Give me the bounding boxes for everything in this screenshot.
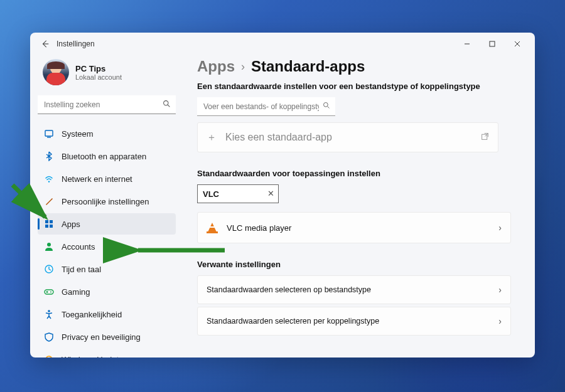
arrow-left-icon	[41, 40, 50, 48]
svg-rect-4	[45, 130, 53, 136]
update-icon	[44, 354, 54, 358]
titlebar: Instellingen	[30, 33, 535, 55]
svg-rect-1	[490, 41, 495, 46]
breadcrumb-current: Standaard-apps	[251, 58, 365, 75]
profile-name: PC Tips	[75, 64, 122, 73]
apps-section-title: Standaardwaarden voor toepassingen inste…	[197, 169, 514, 178]
main-content: Apps › Standaard-apps Een standaardwaard…	[183, 55, 535, 358]
related-setting-label: Standaardwaarden selecteren per koppelin…	[207, 317, 379, 326]
settings-window: Instellingen PC Tips Lokaal account Sy	[30, 33, 535, 358]
sidebar-item-accounts[interactable]: Accounts	[38, 236, 176, 257]
svg-rect-7	[45, 220, 48, 223]
chevron-right-icon: ›	[498, 316, 502, 326]
game-icon	[44, 287, 54, 297]
sidebar-item-label: Windows Update	[62, 355, 123, 358]
profile-subtitle: Lokaal account	[75, 73, 122, 81]
nav-list: SysteemBluetooth en apparatenNetwerk en …	[38, 123, 176, 358]
sidebar: PC Tips Lokaal account SysteemBluetooth …	[30, 55, 183, 358]
svg-rect-9	[45, 225, 48, 228]
sidebar-item-label: Apps	[62, 220, 80, 229]
apps-icon	[44, 219, 54, 229]
svg-rect-10	[50, 225, 53, 228]
svg-point-15	[48, 310, 50, 312]
svg-point-11	[47, 243, 51, 246]
related-setting-row[interactable]: Standaardwaarden selecteren op bestandst…	[197, 275, 511, 304]
plus-icon: ＋	[207, 131, 217, 144]
sidebar-item-label: Netwerk en internet	[62, 174, 132, 184]
shield-icon	[44, 332, 54, 342]
app-result-row[interactable]: VLC media player ›	[197, 212, 511, 243]
minimize-button[interactable]	[455, 34, 480, 54]
sidebar-item-label: Bluetooth en apparaten	[62, 152, 146, 161]
sidebar-item-apps[interactable]: Apps	[38, 213, 176, 235]
svg-point-14	[50, 292, 51, 293]
related-setting-label: Standaardwaarden selecteren op bestandst…	[207, 285, 371, 294]
sidebar-item-persoonlijk[interactable]: Persoonlijke instellingen	[38, 191, 176, 212]
svg-line-19	[485, 134, 488, 137]
access-icon	[44, 309, 54, 319]
svg-rect-13	[45, 290, 53, 294]
svg-rect-8	[50, 220, 53, 223]
sidebar-item-toegank[interactable]: Toegankelijkheid	[38, 304, 176, 325]
bluetooth-icon	[44, 151, 54, 161]
svg-point-6	[48, 181, 50, 182]
person-icon	[44, 241, 54, 252]
chevron-right-icon: ›	[498, 285, 502, 295]
filetype-input-wrap	[197, 97, 335, 116]
sidebar-item-label: Tijd en taal	[62, 265, 101, 274]
system-icon	[44, 129, 54, 139]
choose-default-label: Kies een standaard-app	[225, 132, 332, 143]
sidebar-item-bluetooth[interactable]: Bluetooth en apparaten	[38, 146, 176, 167]
sidebar-item-netwerk[interactable]: Netwerk en internet	[38, 168, 176, 189]
maximize-button[interactable]	[480, 34, 505, 54]
brush-icon	[44, 196, 54, 206]
filetype-input[interactable]	[197, 97, 335, 116]
sidebar-item-gaming[interactable]: Gaming	[38, 281, 176, 302]
search-input[interactable]	[38, 95, 176, 114]
app-search-field[interactable]: ✕	[197, 184, 279, 203]
annotation-arrow	[183, 243, 231, 258]
sidebar-item-label: Privacy en beveiliging	[62, 332, 141, 342]
sidebar-item-tijd[interactable]: Tijd en taal	[38, 258, 176, 280]
sidebar-item-systeem[interactable]: Systeem	[38, 123, 176, 144]
choose-default-app-button[interactable]: ＋ Kies een standaard-app	[197, 122, 498, 152]
chevron-right-icon: ›	[498, 223, 502, 233]
sidebar-item-label: Systeem	[62, 129, 94, 139]
sidebar-item-label: Persoonlijke instellingen	[62, 197, 149, 206]
avatar	[43, 59, 69, 85]
sidebar-item-label: Accounts	[62, 242, 95, 252]
filetype-section-title: Een standaardwaarde instellen voor een b…	[197, 82, 514, 91]
chevron-right-icon: ›	[241, 60, 245, 73]
clock-icon	[44, 264, 54, 274]
search-field-wrap	[38, 95, 176, 114]
sidebar-item-label: Gaming	[62, 287, 90, 297]
app-result-label: VLC media player	[227, 223, 291, 233]
open-external-icon	[481, 132, 489, 142]
breadcrumb: Apps › Standaard-apps	[197, 58, 514, 75]
vlc-icon	[207, 222, 218, 233]
breadcrumb-parent[interactable]: Apps	[197, 58, 235, 75]
sidebar-item-privacy[interactable]: Privacy en beveiliging	[38, 326, 176, 347]
related-section-title: Verwante instellingen	[197, 260, 514, 269]
close-button[interactable]	[505, 34, 530, 54]
sidebar-item-label: Toegankelijkheid	[62, 310, 122, 319]
profile-block[interactable]: PC Tips Lokaal account	[38, 55, 176, 95]
back-button[interactable]	[35, 34, 55, 54]
wifi-icon	[44, 174, 54, 184]
window-title: Instellingen	[56, 40, 95, 48]
clear-icon[interactable]: ✕	[267, 189, 274, 198]
app-search-input[interactable]	[203, 189, 262, 199]
related-setting-row[interactable]: Standaardwaarden selecteren per koppelin…	[197, 307, 511, 336]
window-controls	[455, 34, 530, 54]
sidebar-item-update[interactable]: Windows Update	[38, 349, 176, 358]
